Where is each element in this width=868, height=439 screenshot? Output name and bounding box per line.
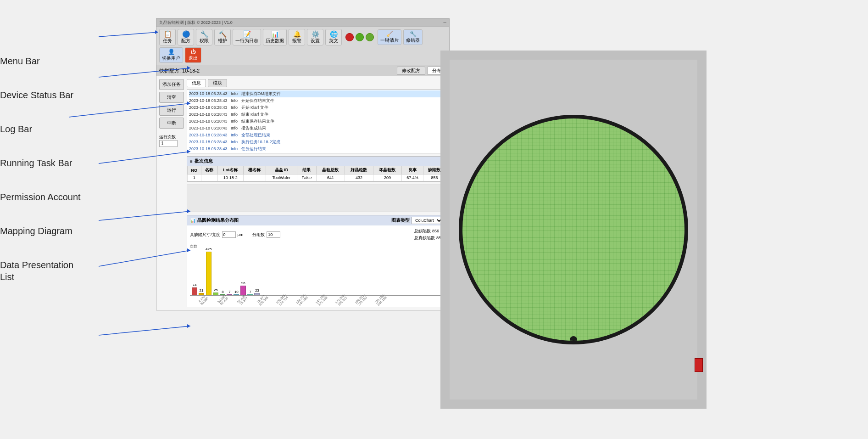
menu-bar: 📋 任务 🔵 配方 🔧 权限 🔨 维护 📝 一行为日志 📊 历史数据 🔔 报警	[156, 27, 449, 65]
mapping-diagram-label: Mapping Diagram	[0, 225, 101, 237]
menu-switch-user[interactable]: 👤 切换用户	[159, 47, 183, 63]
app-window: 九品智能检测 | 版权 © 2022-2023 | V1.0 ─ 📋 任务 🔵 …	[156, 18, 450, 310]
y-axis-label: 次数	[190, 244, 443, 249]
col-bad-die: 坏晶粒数	[373, 166, 401, 174]
device-status-bar-label: Device Status Bar	[0, 89, 101, 101]
quick-recipe-bar: 快拼配方: 10-18-2 修改配方 分布	[156, 65, 449, 76]
app-title-bar: 九品智能检测 | 版权 © 2022-2023 | V1.0 ─	[156, 19, 449, 27]
bar-value-label: 25	[214, 288, 218, 292]
mapping-header: 📊 晶圆检测结果分布图 图表类型 ColuChart	[187, 215, 446, 225]
clear-btn[interactable]: 清空	[159, 92, 184, 103]
run-times-input[interactable]	[159, 140, 178, 147]
bar-value-label: 23	[255, 288, 259, 293]
die-size-unit: μm	[238, 232, 244, 237]
menu-history-label: 历史数据	[266, 38, 284, 44]
menu-language[interactable]: 🌐 英文	[325, 29, 342, 45]
permission-section	[187, 185, 446, 212]
log-box: 2023-10-18 06:28:43 Info 结束保存OM结果文件 2023…	[187, 89, 446, 153]
wafer-panel	[440, 51, 707, 409]
log-entry: 2023-10-18 06:28:43 Info 全部处理已结束	[189, 132, 444, 139]
grade-input[interactable]	[267, 231, 280, 238]
batch-info: ≡ 批次信息 NO 名称 Lot名称 槽名称 晶盘 ID 结果 晶粒总数	[187, 156, 446, 182]
menu-exit[interactable]: ⏻ 退出	[185, 47, 201, 63]
add-task-btn[interactable]: 添加任务	[159, 79, 184, 90]
chart-type-select[interactable]: ColuChart	[412, 217, 443, 224]
log-entry: 2023-10-18 06:28:43 Info 报告生成结果	[189, 125, 444, 132]
menu-language-label: 英文	[329, 38, 338, 44]
menu-settings[interactable]: ⚙️ 设置	[307, 29, 323, 45]
quick-recipe-label: 快拼配方: 10-18-2	[159, 68, 200, 74]
col-good-die: 好晶粒数	[345, 166, 373, 174]
bar-item: 25	[213, 288, 218, 295]
red-indicator	[695, 358, 703, 372]
menu-permission-label: 权限	[200, 38, 209, 44]
cell-lot: 10-18-2	[217, 174, 243, 181]
tab-module[interactable]: 模块	[208, 79, 227, 87]
die-size-label: 真缺陷尺寸/宽度	[190, 232, 220, 238]
svg-line-0	[99, 32, 158, 37]
menu-maintain[interactable]: 🔨 维护	[214, 29, 231, 45]
true-defects-label: 总真缺陷数	[414, 236, 435, 240]
wafer-circle	[459, 115, 688, 344]
menu-task[interactable]: 📋 任务	[159, 29, 176, 45]
batch-icon: ≡	[190, 159, 193, 164]
col-no: NO	[188, 166, 201, 174]
menu-alarm[interactable]: 🔔 报警	[289, 29, 305, 45]
run-btn[interactable]: 运行	[159, 105, 184, 116]
bar-chart-bars: 742142525871096723	[190, 250, 443, 296]
menu-alarm-label: 报警	[292, 38, 301, 44]
total-defects-value: 856	[432, 229, 439, 233]
log-entry: 2023-10-18 06:28:43 Info 开始保存结果文件	[189, 97, 444, 104]
bar-rect	[192, 287, 197, 295]
menu-clean[interactable]: 🧹 一键清片	[378, 29, 401, 45]
grade-group: 分组数	[252, 228, 280, 241]
mapping-params: 真缺陷尺寸/宽度 μm 分组数 总缺陷数 856	[190, 228, 443, 241]
log-entry: 2023-10-18 06:28:43 Info 任务运行结果	[189, 146, 444, 152]
wafer-container	[450, 60, 697, 400]
menu-permission[interactable]: 🔧 权限	[196, 29, 212, 45]
bar-value-label: 425	[206, 247, 211, 251]
batch-title: 批次信息	[195, 158, 213, 164]
menu-recipe[interactable]: 🔵 配方	[178, 29, 194, 45]
x-axis-labels: 4.475-30.59530.595-52.40852.408-76.37776…	[190, 296, 443, 304]
minimize-btn[interactable]: ─	[444, 20, 446, 26]
log-area: 信息 模块 2023-10-18 06:28:43 Info 结束保存OM结果文…	[187, 79, 446, 307]
menu-recipe-label: 配方	[181, 38, 190, 44]
die-size-input[interactable]	[222, 231, 236, 238]
cell-yield: 67.4%	[401, 174, 423, 181]
menu-history[interactable]: 📊 历史数据	[263, 29, 287, 45]
mapping-title: 晶圆检测结果分布图	[197, 217, 239, 224]
cell-name	[201, 174, 217, 181]
bar-value-label: 8	[222, 290, 223, 294]
menu-bar-label: Menu Bar	[0, 55, 101, 67]
menu-fix[interactable]: 🔧 修错器	[403, 29, 423, 45]
annotations-panel: Menu Bar Device Status Bar Log Bar Runni…	[0, 55, 101, 305]
menu-settings-label: 设置	[311, 38, 320, 44]
bar-item: 21	[199, 288, 204, 295]
menu-clean-label: 一键清片	[380, 37, 399, 44]
left-sidebar: 添加任务 清空 运行 中断 运行次数	[159, 79, 184, 307]
bar-item: 425	[206, 247, 211, 295]
menu-exit-label: 退出	[189, 55, 198, 62]
cell-slot	[243, 174, 266, 181]
cell-good-die: 432	[345, 174, 373, 181]
wafer-notch	[570, 336, 577, 343]
mapping-section: 📊 晶圆检测结果分布图 图表类型 ColuChart 真缺陷尺寸/宽度	[187, 215, 446, 307]
tab-info[interactable]: 信息	[187, 79, 206, 87]
col-total-die: 晶粒总数	[316, 166, 345, 174]
right-params: 总缺陷数 856 总真缺陷数 856	[414, 228, 443, 241]
col-slot: 槽名称	[243, 166, 266, 174]
svg-marker-13	[187, 324, 190, 328]
menu-log-label: 一行为日志	[235, 38, 258, 44]
die-size-group: 真缺陷尺寸/宽度 μm	[190, 228, 243, 241]
log-entry: 2023-10-18 06:28:43 Info 开始 Klarf 文件	[189, 104, 444, 111]
menu-log[interactable]: 📝 一行为日志	[233, 29, 261, 45]
running-task-bar-label: Running Task Bar	[0, 157, 101, 169]
interrupt-btn[interactable]: 中断	[159, 118, 184, 129]
status-green2	[366, 33, 374, 41]
content-area: 添加任务 清空 运行 中断 运行次数 信息 模块 2023-10-18 06:2…	[156, 76, 449, 310]
bar-item: 74	[192, 283, 197, 295]
tab-edit-recipe[interactable]: 修改配方	[397, 67, 425, 75]
permission-account-label: Permission Account	[0, 191, 101, 203]
cell-result: False	[297, 174, 317, 181]
